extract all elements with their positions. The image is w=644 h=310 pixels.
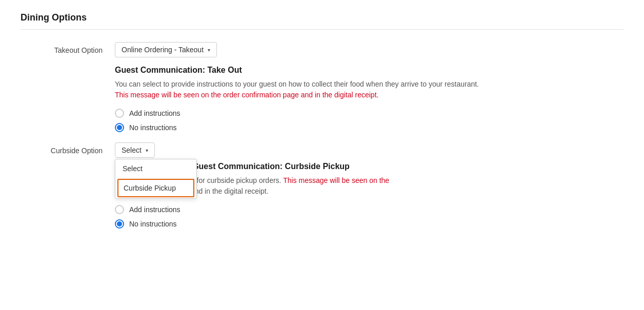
- curbside-add-instructions-label: Add instructions: [129, 205, 180, 214]
- takeout-add-instructions-radio[interactable]: Add instructions: [115, 109, 623, 118]
- takeout-dropdown-value: Online Ordering - Takeout: [122, 46, 204, 54]
- curbside-pickup-option[interactable]: Curbside Pickup: [117, 179, 194, 197]
- takeout-option-label: Takeout Option: [21, 42, 103, 54]
- curbside-radio-group: Add instructions No instructions: [115, 205, 623, 229]
- curbside-dropdown-value: Select: [122, 146, 142, 154]
- curbside-add-instructions-radio[interactable]: Add instructions: [115, 205, 623, 214]
- curbside-dropdown[interactable]: Select ▾: [115, 142, 155, 158]
- curbside-no-instructions-radio[interactable]: No instructions: [115, 219, 623, 229]
- takeout-dropdown[interactable]: Online Ordering - Takeout ▾: [115, 42, 217, 57]
- curbside-desc-part2: This message will be seen on the: [283, 176, 389, 184]
- curbside-option-row: Curbside Option Select ▾ Select Curbside…: [21, 142, 623, 229]
- takeout-add-instructions-circle: [115, 109, 124, 118]
- curbside-dropdown-wrapper: Select ▾ Select Curbside Pickup: [115, 142, 155, 158]
- takeout-no-instructions-label: No instructions: [129, 123, 177, 132]
- takeout-desc-part1: You can select to provide instructions t…: [115, 80, 479, 88]
- curbside-select-option[interactable]: Select: [115, 159, 196, 178]
- takeout-no-instructions-circle: [115, 123, 124, 132]
- takeout-dropdown-arrow: ▾: [208, 47, 210, 53]
- takeout-option-row: Takeout Option Online Ordering - Takeout…: [21, 42, 623, 132]
- guest-comm-takeout-section: Guest Communication: Take Out You can se…: [115, 66, 623, 132]
- guest-comm-takeout-desc: You can select to provide instructions t…: [115, 79, 556, 100]
- curbside-dropdown-menu: Select Curbside Pickup: [115, 159, 197, 199]
- curbside-no-instructions-circle: [115, 219, 124, 229]
- takeout-radio-group: Add instructions No instructions: [115, 109, 623, 132]
- curbside-no-instructions-label: No instructions: [129, 220, 177, 228]
- curbside-title-suffix: Guest Communication: Curbside Pickup: [192, 162, 350, 171]
- takeout-option-content: Online Ordering - Takeout ▾ Guest Commun…: [115, 42, 623, 132]
- curbside-option-content: Select ▾ Select Curbside Pickup Guest Co…: [115, 142, 623, 229]
- curbside-desc-part4: and in the digital receipt.: [191, 187, 269, 195]
- curbside-add-instructions-circle: [115, 205, 124, 214]
- page-title: Dining Options: [21, 12, 623, 23]
- takeout-no-instructions-radio[interactable]: No instructions: [115, 123, 623, 132]
- page-container: Dining Options Takeout Option Online Ord…: [0, 0, 644, 251]
- section-divider: [21, 29, 623, 30]
- guest-comm-takeout-title: Guest Communication: Take Out: [115, 66, 623, 75]
- takeout-desc-part2: This message will be seen on the order c…: [115, 91, 378, 99]
- curbside-option-label: Curbside Option: [21, 142, 103, 155]
- curbside-dropdown-arrow: ▾: [146, 148, 148, 153]
- takeout-add-instructions-label: Add instructions: [129, 109, 180, 117]
